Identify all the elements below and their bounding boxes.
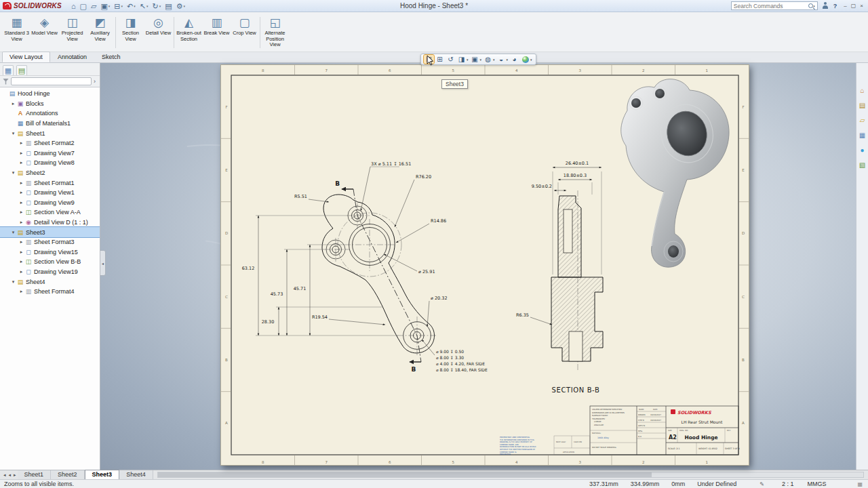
expand-arrow-icon[interactable]: ▸ <box>18 160 24 165</box>
tree-item[interactable]: Annotations <box>0 108 100 119</box>
search-icon[interactable] <box>808 3 813 8</box>
tag-icon[interactable] <box>857 481 863 487</box>
user-account-icon[interactable] <box>823 2 829 9</box>
tree-item[interactable]: Hood Hinge <box>0 89 100 99</box>
dimension[interactable]: 28.30 <box>262 319 275 325</box>
tree-item[interactable]: ▸ Detail View D (1 : 1) <box>0 218 100 228</box>
ribbon-tab[interactable]: Sketch <box>94 52 128 62</box>
expand-arrow-icon[interactable]: ▾ <box>10 230 16 235</box>
sheet-tab[interactable]: Sheet2 <box>51 470 85 479</box>
section-mark-label[interactable]: B <box>335 180 340 187</box>
drawing-sheet[interactable]: 8765432187654321FEDCBAFEDCBA <box>220 64 749 466</box>
view-palette-icon[interactable]: ▦ <box>858 131 867 140</box>
minimize-button[interactable]: – <box>842 3 848 9</box>
hud-button[interactable] <box>496 55 509 64</box>
hud-button[interactable] <box>446 55 456 64</box>
part-title[interactable]: LH Rear Strut Mount <box>682 420 724 424</box>
dimension[interactable]: 9.50±0.2 <box>532 184 552 189</box>
dimension[interactable]: R5.51 <box>294 194 307 199</box>
horizontal-scrollbar[interactable] <box>157 472 864 478</box>
tree-item[interactable]: ▸ Sheet Format2 <box>0 138 100 148</box>
menu-button[interactable]: ▢ <box>79 1 88 12</box>
tree-item[interactable]: Bill of Materials1 <box>0 119 100 129</box>
scrollbar-thumb[interactable] <box>158 472 652 477</box>
maximize-button[interactable]: ▢ <box>849 3 859 9</box>
expand-arrow-icon[interactable]: ▸ <box>18 239 24 245</box>
tree-item[interactable]: ▸ Sheet Format3 <box>0 237 100 247</box>
dimension[interactable]: 3X ⌀ 5.11 ↧ 16.51 <box>371 161 411 167</box>
dimension[interactable]: 45.71 <box>294 286 307 291</box>
filter-icon[interactable] <box>3 79 9 85</box>
expand-arrow-icon[interactable]: ▸ <box>18 180 24 186</box>
ribbon-button[interactable]: Section View <box>117 14 144 52</box>
menu-button[interactable]: ▣ <box>99 1 111 12</box>
ribbon-button[interactable]: Projected View <box>58 14 86 52</box>
expand-arrow-icon[interactable]: ▸ <box>18 269 24 274</box>
expand-arrow-icon[interactable]: ▾ <box>10 170 16 176</box>
hud-button[interactable] <box>509 55 519 64</box>
tree-item[interactable]: ▸ Sheet Format1 <box>0 178 100 188</box>
custom-properties-icon[interactable]: ▧ <box>858 161 867 170</box>
menu-button[interactable]: ⌂ <box>70 1 77 12</box>
expand-arrow-icon[interactable]: ▸ <box>18 209 24 215</box>
help-icon[interactable]: ? <box>833 3 837 9</box>
search-input[interactable] <box>734 3 808 9</box>
expand-arrow-icon[interactable]: ▸ <box>18 249 24 255</box>
sheet-tab[interactable]: Sheet3 <box>85 470 120 479</box>
dimension[interactable]: 63.12 <box>242 266 255 271</box>
section-mark-label[interactable]: B <box>412 366 416 373</box>
tree-item[interactable]: ▸ Drawing View1 <box>0 188 100 198</box>
hud-button[interactable] <box>520 55 533 64</box>
tree-item[interactable]: ▸ Section View B-B <box>0 257 100 267</box>
ribbon-button[interactable]: Detail View <box>144 14 172 52</box>
tree-item[interactable]: ▸ Sheet Format4 <box>0 287 100 297</box>
file-explorer-icon[interactable]: ▱ <box>858 116 867 125</box>
dimension[interactable]: 26.40±0.1 <box>566 161 589 166</box>
ribbon-button[interactable]: Break View <box>203 14 231 52</box>
ribbon-tab[interactable]: Annotation <box>50 52 94 62</box>
dimension[interactable]: ⌀ 20.32 <box>431 296 448 301</box>
dimension[interactable]: 18.80±0.3 <box>564 173 587 178</box>
expand-arrow-icon[interactable]: ▸ <box>18 220 24 225</box>
tree-item[interactable]: ▸ Section View A-A <box>0 207 100 218</box>
dimension[interactable]: 45.73 <box>271 291 283 297</box>
tree-filter-input[interactable] <box>11 77 92 85</box>
menu-button[interactable]: ⊟ <box>113 1 124 12</box>
material-value[interactable]: 1060 Alloy <box>597 436 609 439</box>
tree-item[interactable]: ▾ Sheet4 <box>0 277 100 287</box>
tree-item[interactable]: ▸ Blocks <box>0 99 100 109</box>
menu-button[interactable]: ▤ <box>163 1 173 12</box>
menu-button[interactable]: ↖ <box>138 1 150 12</box>
tree-item[interactable]: ▾ Sheet3 <box>0 227 100 237</box>
ribbon-button[interactable]: Crop View <box>231 14 258 52</box>
expand-arrow-icon[interactable]: ▸ <box>18 140 24 146</box>
menu-button[interactable]: ↶ <box>125 1 137 12</box>
expand-arrow-icon[interactable]: ▾ <box>10 279 16 285</box>
hud-button[interactable] <box>456 55 469 64</box>
tree-item[interactable]: ▸ Drawing View19 <box>0 267 100 277</box>
hud-button[interactable] <box>470 55 483 64</box>
dimension[interactable]: ⌀ 9.00 ↧ 0.50 <box>436 349 464 354</box>
resources-icon[interactable]: ⌂ <box>858 86 867 96</box>
tree-item[interactable]: ▾ Sheet1 <box>0 128 100 138</box>
ribbon-tab[interactable]: View Layout <box>2 52 50 62</box>
expand-arrow-icon[interactable]: ▸ <box>18 150 24 156</box>
prev-sheet-button[interactable]: ◂ <box>7 470 13 479</box>
menu-button[interactable]: ▱ <box>90 1 98 12</box>
dimension[interactable]: R76.20 <box>416 174 431 180</box>
next-sheet-button[interactable]: ▸ <box>12 470 18 479</box>
hud-button[interactable] <box>483 55 496 64</box>
dimension[interactable]: R14.86 <box>431 218 446 224</box>
expand-arrow-icon[interactable]: ▾ <box>10 131 16 136</box>
expand-arrow-icon[interactable]: ▸ <box>18 200 24 205</box>
first-sheet-button[interactable]: ◂ <box>2 470 7 479</box>
dimension[interactable]: ⌀ 8.00 ↧ 3.30 <box>436 355 464 360</box>
expand-arrow-icon[interactable]: ▸ <box>18 259 24 264</box>
tree-item[interactable]: ▸ Drawing View15 <box>0 247 100 258</box>
ribbon-button[interactable]: Alternate Position View <box>261 14 289 52</box>
menu-button[interactable]: ⚙ <box>175 1 186 12</box>
tree-item[interactable]: ▸ Drawing View9 <box>0 198 100 208</box>
dimension[interactable]: R19.54 <box>312 314 328 320</box>
ribbon-button[interactable]: Auxiliary View <box>86 14 114 52</box>
sheet-tab[interactable]: Sheet1 <box>18 470 52 479</box>
